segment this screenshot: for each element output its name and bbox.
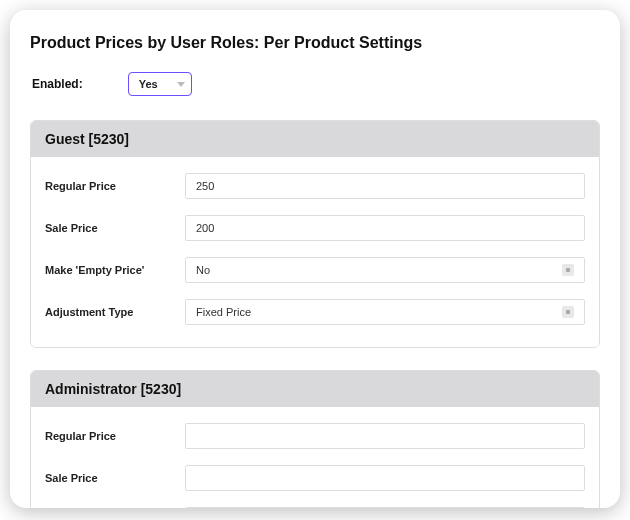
- admin-select[interactable]: No: [185, 507, 585, 508]
- field-label-sale-price: Sale Price: [45, 222, 185, 234]
- field-row: Regular Price: [45, 415, 585, 457]
- enabled-select[interactable]: Yes: [128, 72, 192, 96]
- role-header-guest: Guest [5230]: [31, 121, 599, 157]
- enabled-row: Enabled: Yes: [30, 72, 600, 96]
- role-body-guest: Regular Price Sale Price Make 'Empty Pri…: [31, 157, 599, 347]
- sale-price-input[interactable]: [185, 215, 585, 241]
- select-value: No: [196, 264, 210, 276]
- enabled-value: Yes: [139, 78, 158, 90]
- role-body-administrator: Regular Price Sale Price Regular Price N…: [31, 407, 599, 508]
- enabled-label: Enabled:: [32, 77, 83, 91]
- field-row: Regular Price: [45, 165, 585, 207]
- sale-price-input[interactable]: [185, 465, 585, 491]
- field-row: Adjustment Type Fixed Price: [45, 291, 585, 333]
- regular-price-input[interactable]: [185, 423, 585, 449]
- dropdown-icon: [562, 306, 574, 318]
- field-label-regular-price: Regular Price: [45, 180, 185, 192]
- field-label-sale-price: Sale Price: [45, 472, 185, 484]
- field-row: Sale Price: [45, 207, 585, 249]
- field-label-regular-price: Regular Price: [45, 430, 185, 442]
- adjustment-type-select[interactable]: Fixed Price: [185, 299, 585, 325]
- dropdown-icon: [562, 264, 574, 276]
- role-panel-guest: Guest [5230] Regular Price Sale Price Ma…: [30, 120, 600, 348]
- select-value: Fixed Price: [196, 306, 251, 318]
- role-panel-administrator: Administrator [5230] Regular Price Sale …: [30, 370, 600, 508]
- field-row: Make 'Empty Price' No: [45, 249, 585, 291]
- field-label-adjustment-type: Adjustment Type: [45, 306, 185, 318]
- field-row: Sale Price: [45, 457, 585, 499]
- role-header-administrator: Administrator [5230]: [31, 371, 599, 407]
- settings-panel: Product Prices by User Roles: Per Produc…: [10, 10, 620, 508]
- empty-price-select[interactable]: No: [185, 257, 585, 283]
- page-title: Product Prices by User Roles: Per Produc…: [30, 34, 600, 52]
- regular-price-input[interactable]: [185, 173, 585, 199]
- field-row: Regular Price No: [45, 499, 585, 508]
- field-label-empty-price: Make 'Empty Price': [45, 264, 185, 276]
- chevron-down-icon: [177, 82, 185, 87]
